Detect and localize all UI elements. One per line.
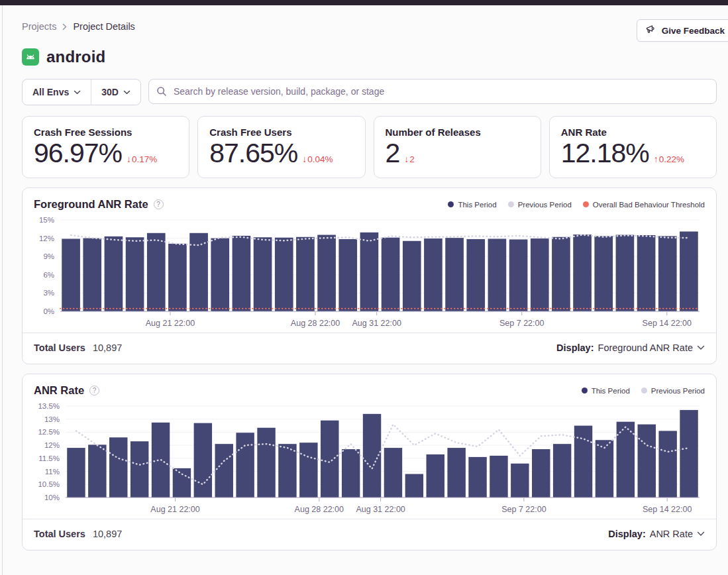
stat-card-crash-free-sessions: Crash Free Sessions 96.97% ↓0.17% [22, 116, 189, 178]
chart-bar[interactable] [67, 448, 85, 497]
chart-bar[interactable] [574, 426, 592, 497]
anr-rate-panel: ANR Rate ? This PeriodPrevious Period 10… [22, 374, 717, 550]
chart-bar[interactable] [109, 437, 127, 497]
y-axis-tick-label: 12% [39, 235, 54, 242]
chart-bar[interactable] [552, 237, 570, 311]
display-dropdown[interactable]: Display: Foreground ANR Rate [556, 342, 705, 353]
chart-bar[interactable] [236, 433, 254, 497]
megaphone-icon [646, 25, 656, 36]
arrow-down-icon: ↓ [404, 154, 409, 164]
environment-filter-label: All Envs [32, 87, 69, 97]
chart-bar[interactable] [173, 468, 191, 497]
stat-value: 2 [386, 139, 400, 168]
chart-bar[interactable] [83, 238, 101, 311]
chart-bar[interactable] [168, 244, 187, 311]
chart-bar[interactable] [296, 237, 315, 311]
display-label: Display: [556, 342, 594, 353]
stat-cards-row: Crash Free Sessions 96.97% ↓0.17% Crash … [22, 116, 717, 178]
chart-bar[interactable] [637, 235, 656, 311]
chart-bar[interactable] [321, 421, 338, 497]
chart-bar[interactable] [194, 423, 212, 497]
chart-bar[interactable] [126, 237, 144, 311]
chart-bar[interactable] [233, 236, 251, 311]
legend-item[interactable]: Overall Bad Behaviour Threshold [583, 201, 705, 209]
stat-delta: ↓0.04% [302, 154, 333, 164]
chart-bar[interactable] [403, 241, 421, 311]
chart-legend: This PeriodPrevious PeriodOverall Bad Be… [448, 201, 705, 209]
y-axis-tick-label: 9% [43, 252, 54, 260]
search-input[interactable] [148, 79, 717, 104]
chevron-down-icon [123, 90, 130, 95]
display-dropdown[interactable]: Display: ANR Rate [608, 529, 705, 539]
chart-bar[interactable] [384, 448, 402, 497]
page-title: android [46, 48, 105, 66]
y-axis-tick-label: 10% [44, 494, 60, 501]
environment-filter-dropdown[interactable]: All Envs [23, 79, 91, 105]
y-axis-tick-label: 12% [44, 441, 60, 449]
chart-bar[interactable] [275, 238, 293, 311]
chart-bar[interactable] [147, 233, 166, 311]
chart-bar[interactable] [360, 233, 379, 311]
chart-bar[interactable] [680, 410, 698, 497]
legend-dot-icon [448, 201, 454, 207]
chart-bar[interactable] [617, 422, 635, 497]
chart-bar[interactable] [254, 237, 272, 311]
chart-bar[interactable] [317, 235, 336, 311]
chart-bar[interactable] [427, 454, 444, 497]
chart-bar[interactable] [447, 448, 465, 497]
chart-bar[interactable] [130, 441, 148, 497]
anr-rate-chart: 10%10.5%11%11.5%12%12.5%13%13.5%Aug 21 2… [23, 398, 716, 519]
chart-bar[interactable] [382, 238, 400, 311]
chart-bar[interactable] [466, 239, 485, 311]
give-feedback-button[interactable]: Give Feedback [637, 19, 728, 42]
chart-bar[interactable] [211, 238, 229, 311]
chart-bar[interactable] [278, 444, 296, 497]
arrow-down-icon: ↓ [127, 154, 131, 164]
help-icon[interactable]: ? [89, 386, 99, 395]
sidebar-edge-divider [2, 5, 3, 575]
chart-bar[interactable] [531, 238, 549, 311]
legend-item[interactable]: Previous Period [508, 201, 572, 209]
chart-bar[interactable] [490, 456, 507, 497]
chart-bar[interactable] [616, 235, 635, 311]
y-axis-tick-label: 3% [43, 289, 54, 297]
chart-bar[interactable] [573, 235, 592, 311]
android-platform-icon [22, 48, 39, 66]
chart-bar[interactable] [215, 444, 233, 497]
chart-bar[interactable] [488, 239, 507, 311]
chart-bar[interactable] [405, 474, 423, 497]
chart-bar[interactable] [658, 431, 676, 497]
chart-bar[interactable] [532, 449, 550, 497]
breadcrumb-projects-link[interactable]: Projects [22, 21, 56, 32]
chart-bar[interactable] [299, 443, 317, 497]
total-users: Total Users 10,897 [34, 529, 122, 539]
chart-bar[interactable] [445, 238, 464, 311]
stat-value: 96.97% [34, 139, 122, 168]
chart-bar[interactable] [511, 464, 529, 497]
chart-bar[interactable] [105, 236, 123, 311]
chart-bar[interactable] [658, 236, 677, 311]
legend-item[interactable]: Previous Period [641, 387, 705, 395]
search-icon [156, 86, 167, 99]
chart-bar[interactable] [62, 239, 80, 311]
legend-item[interactable]: This Period [448, 201, 496, 209]
stat-delta: ↓0.17% [127, 154, 157, 164]
foreground-anr-rate-chart: 0%3%6%9%12%15%Aug 21 22:00Aug 28 22:00Au… [23, 212, 716, 333]
help-icon[interactable]: ? [154, 199, 164, 209]
chart-bar[interactable] [594, 236, 613, 311]
legend-item[interactable]: This Period [582, 387, 630, 395]
chart-bar[interactable] [680, 231, 698, 311]
chart-bar[interactable] [338, 239, 357, 311]
chart-bar[interactable] [468, 457, 486, 497]
chart-bar[interactable] [88, 444, 106, 497]
total-users-value: 10,897 [93, 529, 122, 539]
chart-bar[interactable] [638, 425, 656, 497]
legend-label: Overall Bad Behaviour Threshold [593, 201, 705, 209]
chart-bar[interactable] [509, 239, 528, 311]
chart-bar[interactable] [257, 428, 275, 497]
chart-bar[interactable] [553, 444, 571, 497]
chart-bar[interactable] [424, 238, 442, 311]
date-range-dropdown[interactable]: 30D [91, 79, 140, 105]
total-users: Total Users 10,897 [34, 342, 122, 353]
chart-bar[interactable] [342, 449, 360, 497]
